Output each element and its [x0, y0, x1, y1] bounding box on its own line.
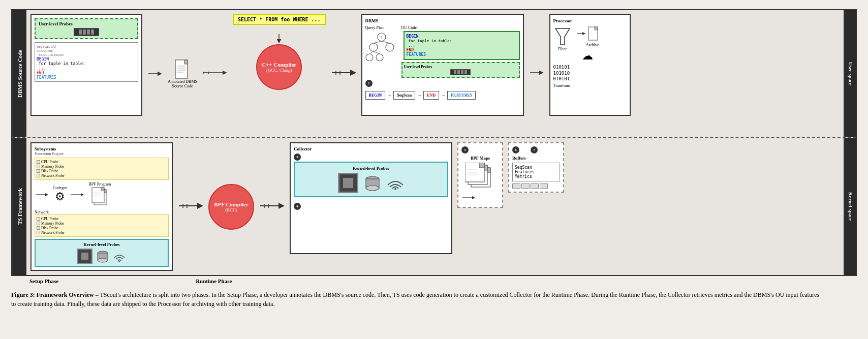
- cb3: [37, 169, 40, 173]
- caption-bold: Figure 3: Framework Overview: [11, 291, 94, 298]
- probe-item-disk1: Disk Probe: [37, 169, 167, 173]
- arrow-ts-bpf: [178, 201, 203, 213]
- arrow-pipe3: →: [441, 93, 445, 98]
- ou-code-column: OU Code BEGIN for tuple in table: ... EN…: [401, 25, 520, 78]
- bpf-compiler-wrapper: BPF Compiler (BCC): [208, 184, 254, 230]
- exec-engine-bottom: Execution Engine: [35, 151, 169, 156]
- gear-column: Codegen ⚙: [53, 186, 67, 203]
- svg-point-16: [386, 43, 394, 51]
- buffer-blocks: [512, 183, 560, 189]
- subsystems-title: Subsystems: [35, 146, 169, 151]
- kernel-probes-col-label: Kernel-level Probes: [298, 166, 444, 171]
- bpf-compiler-circle: BPF Compiler (BCC): [208, 184, 254, 230]
- probe-item-mem1: Memory Probe: [37, 164, 167, 169]
- cpp-compiler-circle: C++ Compiler (GCC, Clang): [256, 44, 302, 90]
- bpf-label: BPF Compiler: [214, 201, 249, 207]
- bpf-pages-svg: [91, 187, 109, 207]
- num-circle-2: 2: [365, 80, 373, 87]
- seqscan-box: SeqScan OU Subsystem: Execution Engine B…: [35, 42, 138, 82]
- filter-label: Filter: [558, 47, 567, 51]
- query-plan-label: Query Plan: [365, 25, 398, 30]
- arrow-dbms-processor: [529, 68, 544, 80]
- probe-disk1-label: Disk Probe: [41, 169, 58, 173]
- user-probes-box: User-level Probes: [35, 18, 138, 39]
- compiler-top-sub: (GCC, Clang): [266, 68, 292, 73]
- archive-row: [576, 26, 599, 41]
- chip-pin3: [87, 29, 90, 35]
- ts-framework-label: TS Framework: [12, 138, 26, 275]
- execution-engine-label: Execution Engine: [37, 53, 136, 57]
- collector-label: Collector: [294, 146, 448, 151]
- chip-pin4: [91, 29, 94, 35]
- top-row: DBMS Source Code User-level Probes: [12, 10, 856, 138]
- svg-point-40: [98, 258, 108, 262]
- svg-point-50: [366, 186, 379, 191]
- probe-net1-label: Network Probe: [41, 173, 65, 178]
- probes-list-bottom: CPU Probe Memory Probe Disk Probe N: [35, 214, 169, 237]
- svg-point-41: [119, 261, 120, 262]
- p2: [457, 70, 460, 74]
- codegen-row: Codegen ⚙ BPF Program: [35, 182, 169, 207]
- processor-box: Processor Filter: [549, 14, 631, 116]
- pipeline-row: BEGIN → SeqScan → END → FEATURES: [365, 91, 520, 100]
- arrow-svg-5: [178, 201, 203, 211]
- probe-disk2-label: Disk Probe: [41, 226, 58, 230]
- probe-mem1-label: Memory Probe: [41, 164, 64, 169]
- svg-line-20: [382, 41, 390, 43]
- transform-label: Transform: [553, 83, 627, 88]
- bpf-maps-box: 5 BPF Maps: [457, 142, 503, 208]
- svg-line-21: [369, 51, 374, 54]
- cpu-inner-large: [343, 178, 353, 188]
- bpf-map-svg: [465, 163, 495, 191]
- compiler-top-label: C++ Compiler: [262, 61, 296, 68]
- chip-pin: [79, 29, 82, 35]
- pipeline-begin: BEGIN: [365, 91, 386, 100]
- num-6: 6: [512, 146, 519, 153]
- buffers-label: Buffers: [512, 156, 560, 161]
- arrow-svg-4: [529, 68, 544, 78]
- buf-block4: [540, 183, 548, 189]
- codegen-label: Codegen: [53, 186, 67, 190]
- cb6: [37, 222, 40, 225]
- ou-begin: BEGIN: [407, 34, 517, 39]
- end-code: END: [37, 71, 136, 75]
- seqscan-ou-label: SeqScan OU: [37, 44, 136, 49]
- arrow-svg-2: [202, 68, 228, 78]
- kernel-icons-ts: [38, 249, 166, 264]
- bpf-maps-label: BPF Maps: [461, 156, 499, 161]
- cb1: [37, 160, 40, 164]
- caption-text: – TScout's architecture is split into tw…: [11, 291, 819, 307]
- disk-large-svg: [363, 174, 382, 192]
- bpf-sub: (BCC): [225, 207, 237, 212]
- num-3: 3: [294, 153, 301, 161]
- binary3: 010101: [553, 76, 627, 82]
- kernel-space-label: Kernel-space: [844, 138, 856, 275]
- p1: [454, 70, 456, 74]
- probe-item-net1: Network Probe: [37, 173, 167, 178]
- num-7: 7: [531, 146, 538, 153]
- dbms-source-label: DBMS Source Code: [12, 10, 26, 137]
- probe-item-disk2: Disk Probe: [37, 226, 167, 230]
- collector-box: Collector 3 Kernel-level Probes: [290, 142, 452, 254]
- chip-pin2: [83, 29, 86, 35]
- binary1: 010101: [553, 65, 627, 71]
- ou-code-label-row: OU Code: [401, 25, 520, 30]
- svg-marker-28: [595, 27, 598, 30]
- arrow-to-gear: [35, 191, 50, 199]
- probe-item-net2: Network Probe: [37, 230, 167, 235]
- begin-code: BEGIN: [37, 57, 136, 61]
- num6-7-row: 6 7: [512, 146, 560, 153]
- bpf-program-column: BPF Program: [88, 182, 111, 207]
- kernel-probes-ts: Kernel-level Probes: [35, 239, 169, 267]
- bpf-pages: [91, 187, 109, 207]
- doc-svg: [174, 59, 191, 79]
- probes-list-top: CPU Probe Memory Probe Disk Probe N: [35, 158, 169, 180]
- cb4: [37, 174, 40, 177]
- num2-row: 2: [365, 80, 520, 87]
- user-probes-small: User-level Probes: [401, 62, 520, 78]
- query-plan-column: Query Plan 1: [365, 25, 398, 66]
- cb7: [37, 226, 40, 230]
- arrow-compiler-dbms: [331, 68, 356, 80]
- cpu-inner: [81, 253, 88, 260]
- ou-end: END: [407, 48, 517, 52]
